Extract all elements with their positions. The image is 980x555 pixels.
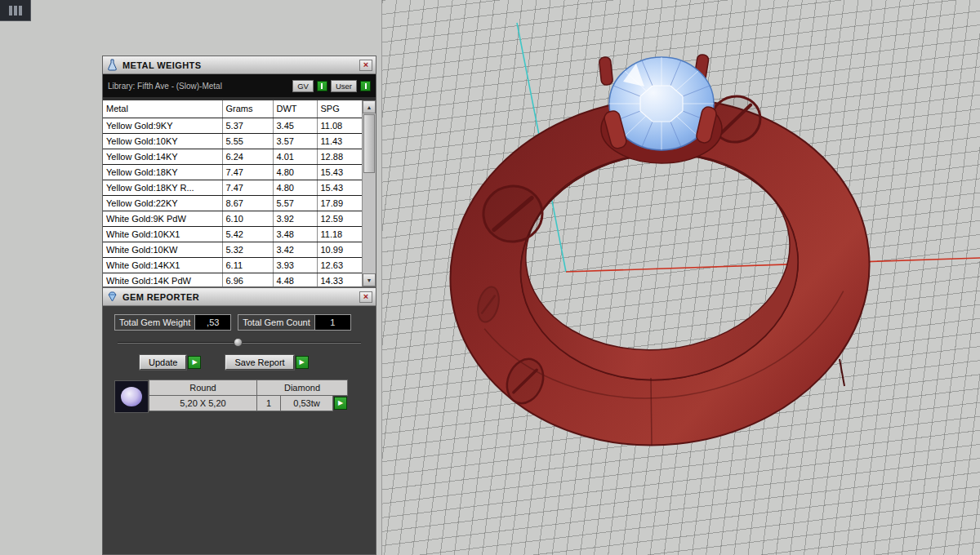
gem-reporter-panel: GEM REPORTER × Total Gem Weight ,53 Tota…: [102, 287, 376, 555]
gv-indicator-icon[interactable]: [317, 81, 327, 91]
metal-table-head-row: MetalGramsDWTSPG: [103, 100, 362, 118]
metal-row[interactable]: Yellow Gold:9KY5.373.4511.08: [103, 118, 362, 133]
total-gem-count-value: 1: [314, 315, 350, 330]
gem-weight-cell: 0,53tw: [280, 395, 333, 411]
cell-spg: 17.89: [317, 195, 362, 211]
cell-metal: White Gold:10KW: [103, 242, 222, 257]
metal-row[interactable]: Yellow Gold:10KY5.553.5711.43: [103, 133, 362, 149]
scroll-up-icon[interactable]: ▲: [363, 100, 376, 113]
cell-spg: 11.08: [317, 118, 362, 133]
cell-grams: 6.24: [222, 149, 273, 164]
total-gem-weight-label: Total Gem Weight: [115, 315, 194, 330]
cell-dwt: 4.80: [273, 180, 317, 195]
total-gem-weight-value: ,53: [194, 315, 230, 330]
viewport-scene: [381, 0, 980, 555]
metal-row[interactable]: Yellow Gold:22KY8.675.5717.89: [103, 195, 362, 211]
gem-stone-icon: [121, 387, 142, 406]
library-label: Library: Fifth Ave - (Slow)-Metal: [108, 82, 289, 91]
gem-dimensions-cell: 5,20 X 5,20: [149, 395, 257, 411]
cell-spg: 12.63: [317, 257, 362, 273]
close-icon[interactable]: ×: [359, 60, 372, 71]
cell-dwt: 5.57: [273, 195, 317, 211]
gem-result-row[interactable]: Round Diamond 5,20 X 5,20 1 0,53tw ▶: [114, 380, 376, 413]
user-button[interactable]: User: [331, 80, 357, 92]
cell-grams: 6.10: [222, 211, 273, 226]
cell-grams: 5.42: [222, 226, 273, 242]
cell-spg: 11.18: [317, 226, 362, 242]
cell-dwt: 3.93: [273, 257, 317, 273]
cell-metal: Yellow Gold:10KY: [103, 133, 222, 149]
cell-spg: 10.99: [317, 242, 362, 257]
cell-grams: 7.47: [222, 180, 273, 195]
cell-spg: 14.33: [317, 273, 362, 286]
column-header: Grams: [222, 100, 273, 118]
cell-grams: 6.11: [222, 257, 273, 273]
gem-type-header: Diamond: [256, 380, 348, 396]
cell-metal: Yellow Gold:9KY: [103, 118, 222, 133]
cell-grams: 5.37: [222, 118, 273, 133]
cell-spg: 12.88: [317, 149, 362, 164]
metal-row[interactable]: Yellow Gold:18KY7.474.8015.43: [103, 164, 362, 180]
gem-panel-slider: [118, 338, 361, 348]
metal-row[interactable]: Yellow Gold:18KY R...7.474.8015.43: [103, 180, 362, 195]
cell-dwt: 3.92: [273, 211, 317, 226]
cell-metal: Yellow Gold:18KY R...: [103, 180, 222, 195]
cell-metal: White Gold:14KX1: [103, 257, 222, 273]
cell-spg: 11.43: [317, 133, 362, 149]
metal-row[interactable]: White Gold:10KX15.423.4811.18: [103, 226, 362, 242]
metal-row[interactable]: White Gold:10KW5.323.4210.99: [103, 242, 362, 257]
cell-grams: 6.96: [222, 273, 273, 286]
gem-reporter-titlebar[interactable]: GEM REPORTER ×: [103, 288, 376, 306]
cell-dwt: 3.45: [273, 118, 317, 133]
gem-row-play-icon[interactable]: ▶: [334, 397, 347, 410]
save-report-button[interactable]: Save Report: [225, 355, 293, 370]
cell-metal: Yellow Gold:18KY: [103, 164, 222, 180]
cell-metal: Yellow Gold:22KY: [103, 195, 222, 211]
metal-table-body: Yellow Gold:9KY5.373.4511.08Yellow Gold:…: [103, 118, 362, 286]
cell-dwt: 3.57: [273, 133, 317, 149]
cell-spg: 15.43: [317, 180, 362, 195]
gem-thumbnail: [114, 380, 149, 413]
total-gem-count-label: Total Gem Count: [238, 315, 314, 330]
update-play-icon[interactable]: ▶: [188, 356, 201, 369]
close-icon[interactable]: ×: [359, 291, 372, 303]
cell-dwt: 3.42: [273, 242, 317, 257]
panel-title: METAL WEIGHTS: [122, 60, 355, 70]
slider-knob-icon[interactable]: [234, 338, 243, 347]
app-corner-icon[interactable]: [0, 0, 31, 21]
cell-grams: 5.55: [222, 133, 273, 149]
column-header: SPG: [317, 100, 362, 118]
cell-dwt: 4.80: [273, 164, 317, 180]
column-header: Metal: [103, 100, 222, 118]
cell-spg: 15.43: [317, 164, 362, 180]
metal-row[interactable]: White Gold:14KX16.113.9312.63: [103, 257, 362, 273]
user-indicator-icon[interactable]: [360, 81, 371, 91]
gem-count-cell: 1: [256, 395, 281, 411]
library-bar: Library: Fifth Ave - (Slow)-Metal GV Use…: [103, 74, 376, 97]
cell-grams: 5.32: [222, 242, 273, 257]
cell-dwt: 4.01: [273, 149, 317, 164]
metal-weights-titlebar[interactable]: METAL WEIGHTS ×: [103, 56, 376, 74]
total-gem-weight-box: Total Gem Weight ,53: [114, 314, 231, 331]
flask-icon: [106, 59, 118, 71]
gem-shape-header: Round: [149, 380, 257, 396]
save-report-play-icon[interactable]: ▶: [296, 356, 309, 369]
metal-weights-panel: METAL WEIGHTS × Library: Fifth Ave - (Sl…: [102, 56, 376, 287]
scroll-track[interactable]: [363, 113, 376, 273]
gv-button[interactable]: GV: [292, 80, 314, 92]
column-header: DWT: [273, 100, 317, 118]
metal-table: MetalGramsDWTSPG Yellow Gold:9KY5.373.45…: [103, 100, 362, 286]
metal-row[interactable]: White Gold:9K PdW6.103.9212.59: [103, 211, 362, 226]
update-button[interactable]: Update: [140, 355, 186, 370]
cell-metal: White Gold:9K PdW: [103, 211, 222, 226]
scroll-down-icon[interactable]: ▼: [363, 273, 376, 286]
cell-metal: White Gold:14K PdW: [103, 273, 222, 286]
metal-row[interactable]: Yellow Gold:14KY6.244.0112.88: [103, 149, 362, 164]
metal-table-scrollbar[interactable]: ▲ ▼: [362, 100, 376, 286]
metal-row[interactable]: White Gold:14K PdW6.964.4814.33: [103, 273, 362, 286]
cell-grams: 7.47: [222, 164, 273, 180]
cell-dwt: 3.48: [273, 226, 317, 242]
cell-metal: Yellow Gold:14KY: [103, 149, 222, 164]
gem-icon: [106, 291, 118, 303]
scroll-thumb[interactable]: [363, 114, 375, 173]
